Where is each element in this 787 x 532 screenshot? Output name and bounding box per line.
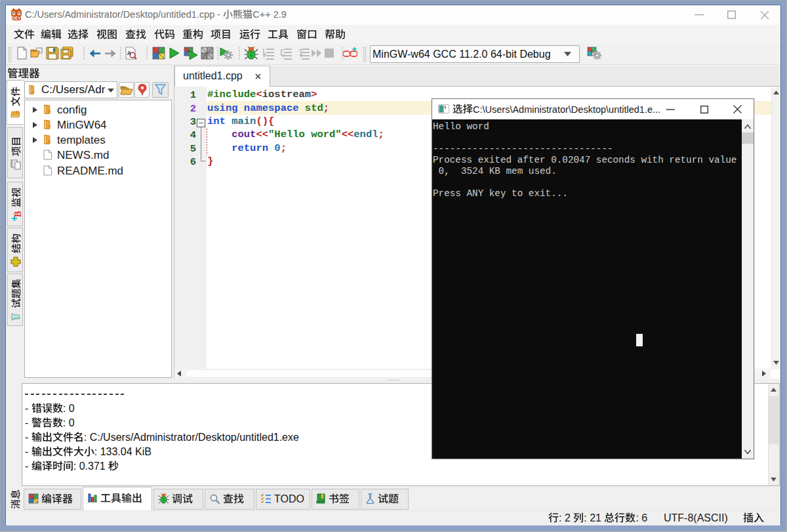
svg-text:B: B [13,211,22,217]
svg-text:DEV: DEV [12,16,21,20]
